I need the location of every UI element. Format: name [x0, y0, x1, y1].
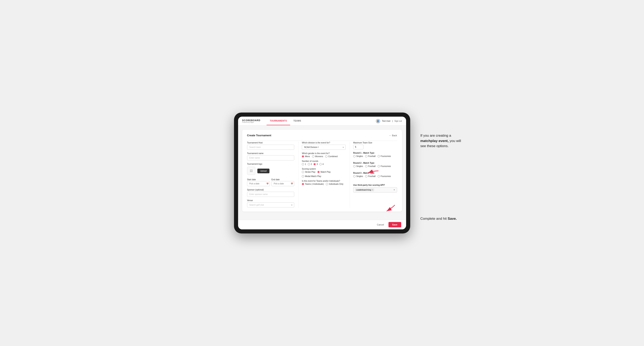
save-button[interactable]: Save [388, 222, 401, 227]
tournament-name-group: Tournament name [247, 152, 294, 161]
nav-bar: SCOREBOARD Powered by clippit TOURNAMENT… [238, 117, 406, 126]
nav-right: 👤 Test User | Sign out [376, 119, 402, 123]
gender-combined[interactable]: Combined [325, 155, 338, 158]
round3-singles-radio[interactable] [353, 175, 356, 177]
gender-mens-radio[interactable] [302, 155, 304, 158]
round-4-radio[interactable] [320, 163, 322, 165]
scoring-radio-group: Stroke Play Match Play Medal Match Play [302, 171, 346, 177]
rounds-label: Number of rounds [302, 160, 346, 162]
teams-radio[interactable] [302, 183, 304, 185]
round2-match-type: Round 2 - Match Type Singles Fourball [353, 162, 397, 167]
individuals-option[interactable]: Individuals Only [326, 183, 344, 185]
round1-foursomes-radio[interactable] [378, 155, 380, 157]
max-team-size-label: Maximum Team Size [353, 142, 397, 144]
teams-radio-group: Teams (+Individuals) Individuals Only [302, 183, 346, 185]
upload-button[interactable]: Upload [257, 169, 270, 173]
rounds-group: Number of rounds 1 2 [302, 160, 346, 165]
gender-womens-radio[interactable] [312, 155, 314, 158]
gender-mens[interactable]: Mens [302, 155, 310, 158]
tournament-logo-group: Tournament logo 🖼 Upload [247, 163, 294, 175]
scoring-label: Scoring system [302, 168, 346, 170]
division-group: Which division is the event for? NCAA Di… [302, 142, 346, 150]
form-col-2: Which division is the event for? NCAA Di… [298, 142, 346, 207]
main-content: Create Tournament ← Back Tournament Host [238, 126, 406, 220]
round2-fourball[interactable]: Fourball [365, 165, 376, 167]
round3-foursomes[interactable]: Foursomes [378, 175, 391, 177]
arrow-bottom-icon [384, 204, 396, 213]
round1-foursomes[interactable]: Foursomes [378, 155, 391, 157]
round2-singles-radio[interactable] [353, 165, 356, 167]
logo-title: SCOREBOARD [242, 119, 260, 122]
round2-foursomes-radio[interactable] [378, 165, 380, 167]
scoring-medal-radio[interactable] [302, 175, 304, 177]
nav-tabs: TOURNAMENTS TEAMS [266, 117, 376, 125]
sponsor-input[interactable] [247, 192, 294, 197]
nav-separator: | [392, 120, 393, 122]
logo-sub: Powered by clippit [242, 122, 260, 123]
round1-singles[interactable]: Singles [353, 155, 363, 157]
form-title: Create Tournament [247, 134, 271, 137]
scoring-stroke-radio[interactable] [302, 171, 304, 173]
scoring-stroke[interactable]: Stroke Play [302, 171, 315, 173]
round2-options: Singles Fourball Foursomes [353, 165, 397, 167]
round1-singles-radio[interactable] [353, 155, 356, 157]
dropdown-arrow-icon: ▼ [394, 189, 395, 191]
individuals-radio[interactable] [326, 183, 328, 185]
form-footer: Cancel Save [238, 220, 406, 229]
round-2-radio[interactable] [308, 163, 310, 165]
gender-combined-radio[interactable] [325, 155, 328, 158]
venue-input[interactable] [247, 202, 294, 207]
nav-logo: SCOREBOARD Powered by clippit [242, 119, 260, 123]
round1-options: Singles Fourball Foursomes [353, 155, 397, 157]
division-label: Which division is the event for? [302, 142, 346, 144]
round-1-radio[interactable] [302, 163, 304, 165]
round2-fourball-radio[interactable] [365, 165, 368, 167]
round2-singles[interactable]: Singles [353, 165, 363, 167]
teams-label: Is this event for Teams and/or Individua… [302, 180, 346, 182]
round2-label: Round 2 - Match Type [353, 162, 397, 164]
round-3[interactable]: 3 [314, 163, 318, 165]
back-button[interactable]: ← Back [389, 134, 397, 137]
sponsor-group: Sponsor (optional) [247, 189, 294, 197]
round1-fourball-radio[interactable] [365, 155, 368, 157]
cancel-button[interactable]: Cancel [374, 222, 386, 227]
logo-upload-area: 🖼 Upload [247, 167, 294, 175]
round-1[interactable]: 1 [302, 163, 306, 165]
logo-placeholder: 🖼 [247, 167, 255, 175]
start-date-input[interactable] [247, 181, 270, 186]
third-party-select[interactable]: Leaderboard King × ▼ [353, 187, 397, 192]
round-4[interactable]: 4 [320, 163, 324, 165]
tab-tournaments[interactable]: TOURNAMENTS [266, 117, 290, 125]
tag-remove-icon[interactable]: × [372, 189, 373, 191]
scoring-match-radio[interactable] [318, 171, 320, 173]
max-team-size-input[interactable] [353, 145, 364, 149]
end-date-input[interactable] [272, 181, 294, 186]
round-3-radio[interactable] [314, 163, 316, 165]
scoring-group: Scoring system Stroke Play Match Play [302, 168, 346, 177]
tab-teams[interactable]: TEAMS [290, 117, 304, 125]
scoring-match[interactable]: Match Play [318, 171, 330, 173]
division-select[interactable]: NCAA Division I [302, 145, 346, 150]
gender-womens[interactable]: Womens [312, 155, 323, 158]
round1-fourball[interactable]: Fourball [365, 155, 376, 157]
tournament-logo-label: Tournament logo [247, 163, 294, 165]
tournament-host-label: Tournament Host [247, 142, 294, 144]
sponsor-label: Sponsor (optional) [247, 189, 294, 191]
tournament-host-input[interactable] [247, 145, 294, 150]
venue-group: Venue ▼ [247, 199, 294, 207]
round2-foursomes[interactable]: Foursomes [378, 165, 391, 167]
arrow-right-top-icon [367, 170, 380, 177]
round1-match-type: Round 1 - Match Type Singles Fourball [353, 152, 397, 157]
date-group: Start date 📅 End date [247, 177, 294, 186]
signout-link[interactable]: Sign out [394, 120, 402, 122]
scoring-medal[interactable]: Medal Match Play [302, 175, 321, 177]
form-header: Create Tournament ← Back [247, 134, 397, 137]
tournament-name-input[interactable] [247, 155, 294, 161]
start-date-group: Start date 📅 [247, 177, 270, 186]
annotation-right-top: If you are creating a matchplay event, y… [420, 133, 462, 149]
teams-group: Is this event for Teams and/or Individua… [302, 180, 346, 185]
gender-radio-group: Mens Womens Combined [302, 155, 346, 158]
round3-singles[interactable]: Singles [353, 175, 363, 177]
round-2[interactable]: 2 [308, 163, 312, 165]
teams-option[interactable]: Teams (+Individuals) [302, 183, 324, 185]
